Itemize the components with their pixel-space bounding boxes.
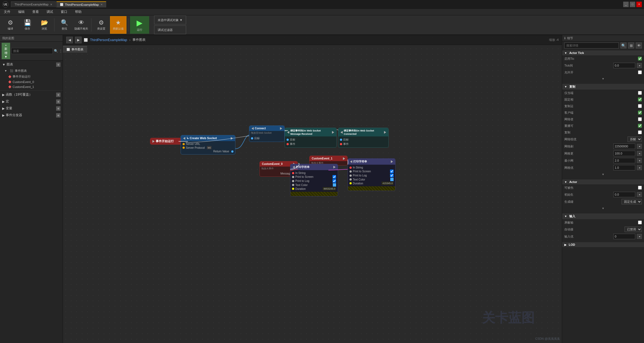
node-ws-connected[interactable]: 绑定事件到On Web Socket Connected 目标 事件 [338, 128, 389, 148]
search-input[interactable] [11, 48, 53, 54]
nav-back-button[interactable]: ◀ [66, 37, 73, 43]
breadcrumb-map[interactable]: ThirdPersonExampleMap [90, 38, 127, 42]
menu-file[interactable]: 文件 [2, 9, 12, 15]
class-settings-button[interactable]: ⚙ 类设置 [93, 16, 109, 34]
input-header[interactable]: ▼ 输入 [562, 213, 644, 219]
enable-tick-checkbox[interactable] [638, 57, 642, 61]
replay-checkbox[interactable] [638, 124, 642, 128]
printlog-checkbox-1[interactable] [333, 179, 336, 183]
zoom-label: 缩放 -4 [549, 38, 559, 42]
net-priority-input[interactable] [613, 165, 635, 170]
replicate-movement-checkbox[interactable] [638, 104, 642, 108]
initial-life-label: 初始生 [564, 193, 612, 197]
block-input-checkbox[interactable] [638, 221, 642, 224]
spawn-collision-select[interactable]: 固定生成 调整位置 始终生成 [622, 199, 642, 204]
custom-event-0-item[interactable]: CustomEvent_0 [0, 79, 63, 84]
input-priority-input[interactable] [613, 234, 635, 239]
menu-view[interactable]: 查看 [31, 9, 41, 15]
printscreen-checkbox-2[interactable] [390, 170, 394, 173]
right-search-button[interactable]: 🔍 [620, 42, 626, 48]
actor-tick-header[interactable]: ▼ Actor Tick [562, 50, 644, 55]
printlog-checkbox-2[interactable] [390, 174, 394, 177]
menu-window[interactable]: 窗口 [59, 9, 69, 15]
printscreen-checkbox-1[interactable] [333, 175, 336, 179]
replication-header[interactable]: ▼ 复制 [562, 84, 644, 90]
net-priority-expand[interactable]: ◂ [637, 165, 642, 170]
save-button[interactable]: 💾 保存 [19, 16, 36, 34]
event-graph-item[interactable]: ▼ ⬛ 事件图表 [0, 68, 63, 74]
tick-interval-input[interactable] [613, 63, 635, 68]
view-icon[interactable]: ⋮ [59, 49, 62, 53]
min-net-input[interactable] [613, 158, 635, 163]
add-dispatcher-button[interactable]: + [56, 113, 60, 118]
minimize-button[interactable]: _ [623, 2, 629, 7]
section-functions-header[interactable]: ▶ 函数（19可覆盖） + [0, 91, 63, 98]
add-macro-button[interactable]: + [56, 99, 60, 104]
add-function-button[interactable]: + [56, 93, 60, 97]
node-print-string-2[interactable]: 打印字符串 In String Print to Screen Print to… [348, 158, 395, 191]
node-event-begin-play[interactable]: 事件开始运行 [150, 138, 186, 145]
browse-button[interactable]: 📂 浏览 [36, 16, 53, 34]
find-button[interactable]: 🔍 查找 [56, 16, 73, 34]
breadcrumb-bar: ◀ ▶ ⬜ ThirdPersonExampleMap › 事件图表 缩放 -4 [63, 35, 562, 45]
net-use-checkbox[interactable] [638, 117, 642, 121]
node-connect[interactable]: Connect 拖放至Web Socket 目标 [249, 125, 285, 142]
lod-header[interactable]: ▶ LOD [562, 242, 644, 247]
class-defaults-button[interactable]: ★ 类默认值 [110, 16, 126, 34]
net-update-input[interactable] [613, 151, 635, 156]
node-create-websocket[interactable]: ↳ Create Web Socket Server URL Server Pr… [181, 135, 235, 155]
node-print-string-1[interactable]: 打印字符串 In String Print to Screen Print to… [290, 164, 338, 196]
event-begin-item[interactable]: 事件开始运行 [0, 74, 63, 79]
min-net-expand[interactable]: ◂ [637, 158, 642, 163]
menu-help[interactable]: 帮助 [73, 9, 83, 15]
add-graph-button[interactable]: + [56, 62, 60, 67]
menu-edit[interactable]: 编辑 [16, 9, 26, 15]
run-button[interactable]: ▶ 运行 [130, 16, 149, 34]
detail-label: 细节 [567, 36, 573, 40]
client-side-checkbox[interactable] [638, 111, 642, 115]
section-macro-header[interactable]: ▶ 宏 + [0, 98, 63, 105]
net-update-expand[interactable]: ◂ [637, 151, 642, 156]
actor-header[interactable]: ▼ Actor [562, 179, 644, 184]
nav-forward-button[interactable]: ▶ [75, 37, 82, 43]
collapse-arrow-tick[interactable]: ▼ [562, 76, 644, 82]
compile-button[interactable]: ⚙ 编译 [2, 16, 19, 34]
tab-inactive[interactable]: ThirdPersonExampleMap ✕ [11, 1, 56, 7]
can-damage-checkbox[interactable] [638, 186, 642, 190]
add-variable-button[interactable]: + [56, 106, 60, 111]
right-eye-button[interactable]: 👁 [636, 42, 642, 48]
custom-event-0-label: CustomEvent_0 [13, 80, 34, 84]
auto-receive-select[interactable]: 已禁用 玩家0 [625, 227, 642, 232]
hide-unrelated-button[interactable]: 👁 隐藏不相关 [73, 16, 89, 34]
collapse-arrow-actor[interactable]: ▼ [562, 205, 644, 211]
close-button[interactable]: ✕ [636, 2, 642, 7]
new-button[interactable]: + 新增 ▼ [2, 43, 10, 59]
initial-life-expand[interactable]: ◂ [637, 192, 642, 197]
canvas-area[interactable]: ◀ ▶ ⬜ ThirdPersonExampleMap › 事件图表 缩放 -4… [63, 35, 562, 343]
always-relevant-checkbox[interactable] [638, 98, 642, 101]
maximize-button[interactable]: □ [630, 2, 635, 7]
replicate-checkbox[interactable] [638, 130, 642, 134]
only-when-checkbox[interactable] [638, 91, 642, 95]
net-cull-expand[interactable]: ◂ [637, 144, 642, 149]
right-search-input[interactable] [564, 42, 619, 48]
section-graph-header[interactable]: ▼ 图表 + [0, 61, 63, 68]
debug-filter-button[interactable]: 调试过滤器 [154, 25, 186, 34]
net-group-select[interactable]: 苏醒 活跃 休眠 [628, 136, 642, 142]
canvas-tab-event-graph[interactable]: ⬜ 事件图表 [63, 46, 87, 53]
collapse-arrow-rep[interactable]: ▼ [562, 171, 644, 177]
tab-active[interactable]: ⬜ ThirdPersonExampleMap ✕ [56, 1, 106, 7]
menu-debug[interactable]: 调试 [45, 9, 55, 15]
input-priority-expand[interactable]: ◂ [637, 234, 642, 239]
custom-event-1-item[interactable]: CustomEvent_1 [0, 84, 63, 89]
section-dispatcher-header[interactable]: ▶ 事件分发器 + [0, 112, 63, 119]
initial-life-input[interactable] [613, 192, 635, 197]
tick-interval-expand[interactable]: ◂ [637, 63, 642, 68]
net-cull-input[interactable] [613, 144, 635, 149]
row-enable-tick: 启用Tic [562, 55, 644, 62]
right-grid-button[interactable]: ⊞ [628, 42, 634, 48]
debug-target-button[interactable]: 未选中调试对象 ▼ [154, 16, 186, 24]
allow-tick-checkbox[interactable] [638, 70, 642, 74]
section-variables-header[interactable]: ▶ 变量 + [0, 105, 63, 112]
node-ws-message-received[interactable]: 绑定事件到On Web Socket Message Received 目标 事… [285, 128, 337, 148]
